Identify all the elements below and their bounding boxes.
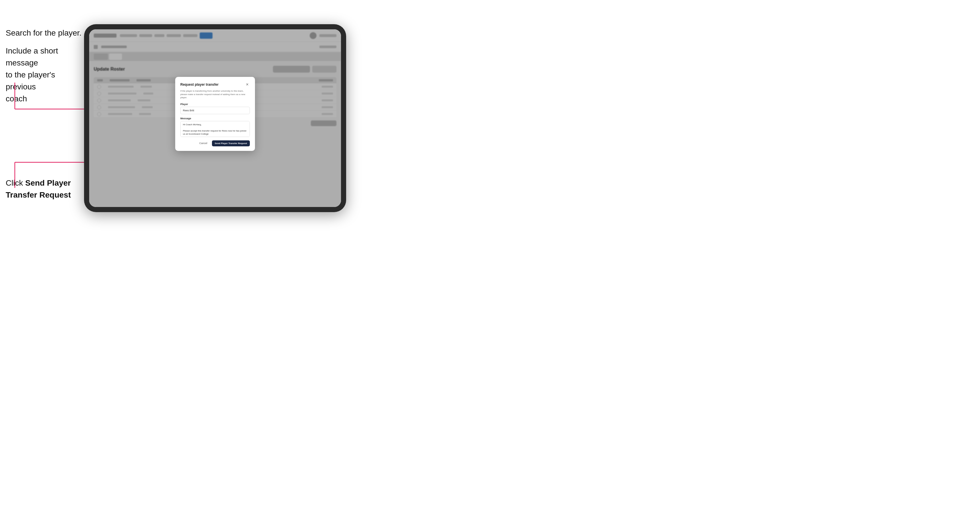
tablet-device: Update Roster <box>84 24 346 212</box>
tablet-screen: Update Roster <box>89 29 341 207</box>
modal-description: If the player is transferring from anoth… <box>180 89 250 99</box>
send-transfer-request-button[interactable]: Send Player Transfer Request <box>212 140 250 146</box>
annotation-message: Include a short messageto the player's p… <box>6 45 81 105</box>
modal-header: Request player transfer × <box>180 82 250 87</box>
modal-title: Request player transfer <box>180 83 218 87</box>
annotation-click: Click Send Player Transfer Request <box>6 177 81 201</box>
modal-close-button[interactable]: × <box>245 82 250 87</box>
player-label: Player <box>180 103 250 106</box>
modal-footer: Cancel Send Player Transfer Request <box>180 140 250 146</box>
message-field-container: Message Hi Coach McHarg, Please accept t… <box>180 117 250 137</box>
cancel-button[interactable]: Cancel <box>197 141 210 146</box>
message-textarea[interactable]: Hi Coach McHarg, Please accept this tran… <box>180 121 250 137</box>
player-input[interactable] <box>180 107 250 114</box>
modal-overlay: Request player transfer × If the player … <box>89 29 341 207</box>
close-icon: × <box>246 82 248 87</box>
message-label: Message <box>180 117 250 120</box>
player-field-container: Player <box>180 103 250 114</box>
modal-dialog: Request player transfer × If the player … <box>175 77 255 151</box>
annotation-search: Search for the player. <box>6 27 81 39</box>
